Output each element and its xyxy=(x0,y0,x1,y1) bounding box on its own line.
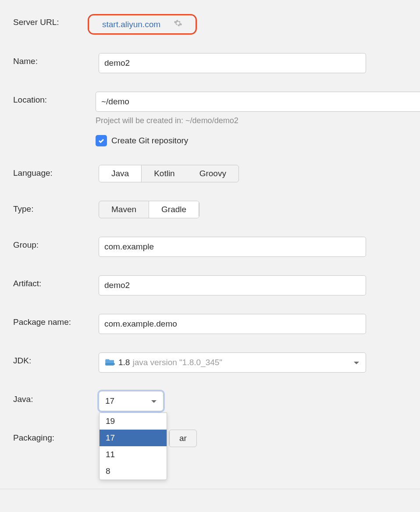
server-url-highlight: start.aliyun.com xyxy=(88,14,197,35)
packaging-label: Packaging: xyxy=(13,430,99,443)
package-label: Package name: xyxy=(13,314,99,327)
location-label: Location: xyxy=(13,92,96,105)
type-label: Type: xyxy=(13,201,99,214)
jdk-description: java version "1.8.0_345" xyxy=(132,358,222,367)
server-url-label: Server URL: xyxy=(13,14,99,27)
package-input[interactable] xyxy=(99,314,366,334)
server-url-link[interactable]: start.aliyun.com xyxy=(102,20,160,29)
java-label: Java: xyxy=(13,391,99,404)
java-option-19[interactable]: 19 xyxy=(100,413,167,430)
chevron-down-icon xyxy=(151,396,157,406)
group-label: Group: xyxy=(13,237,99,250)
chevron-down-icon xyxy=(353,358,359,367)
jdk-dropdown[interactable]: 1.8 java version "1.8.0_345" xyxy=(99,352,366,373)
language-option-java[interactable]: Java xyxy=(99,165,142,182)
language-option-kotlin[interactable]: Kotlin xyxy=(142,165,187,182)
java-selected-value: 17 xyxy=(105,396,114,406)
group-input[interactable] xyxy=(99,237,366,257)
folder-icon xyxy=(105,358,115,368)
location-hint: Project will be created in: ~/demo/demo2 xyxy=(96,116,420,125)
language-segmented: Java Kotlin Groovy xyxy=(99,165,239,182)
packaging-segmented: ar xyxy=(169,430,197,447)
gear-icon[interactable] xyxy=(174,19,182,30)
java-option-8[interactable]: 8 xyxy=(100,463,167,480)
type-option-gradle[interactable]: Gradle xyxy=(149,201,199,218)
artifact-label: Artifact: xyxy=(13,275,99,288)
jdk-label: JDK: xyxy=(13,352,99,366)
type-segmented: Maven Gradle xyxy=(99,201,199,218)
artifact-input[interactable] xyxy=(99,275,366,295)
packaging-option-war[interactable]: ar xyxy=(169,430,196,447)
java-options-popup: 19 17 11 8 xyxy=(99,412,167,480)
git-checkbox[interactable] xyxy=(96,135,107,146)
language-option-groovy[interactable]: Groovy xyxy=(187,165,238,182)
java-dropdown[interactable]: 17 19 17 11 8 xyxy=(99,391,164,411)
location-input[interactable] xyxy=(96,92,420,112)
divider xyxy=(0,489,420,489)
java-option-17[interactable]: 17 xyxy=(100,430,167,446)
type-option-maven[interactable]: Maven xyxy=(99,201,149,218)
language-label: Language: xyxy=(13,165,99,178)
java-option-11[interactable]: 11 xyxy=(100,446,167,463)
name-label: Name: xyxy=(13,53,99,66)
name-input[interactable] xyxy=(99,53,366,73)
git-checkbox-label: Create Git repository xyxy=(111,136,188,146)
jdk-version: 1.8 xyxy=(118,358,130,367)
svg-rect-0 xyxy=(105,363,115,365)
